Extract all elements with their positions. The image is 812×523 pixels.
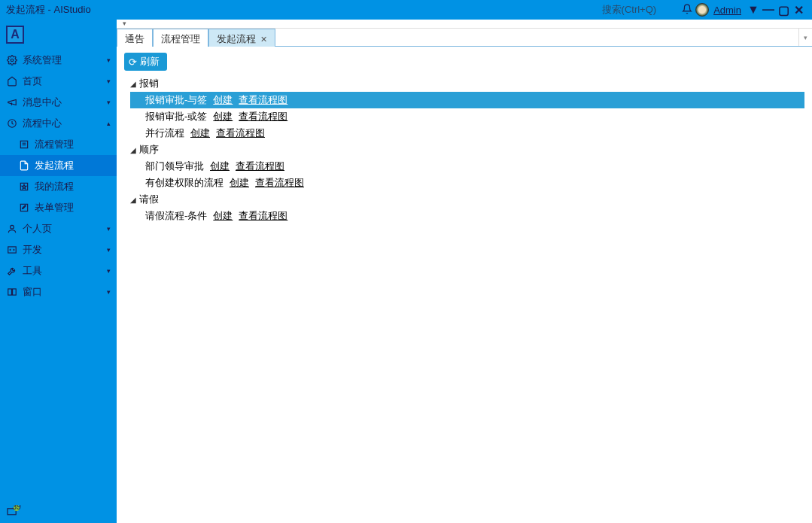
tree-row[interactable]: 并行流程创建查看流程图 xyxy=(130,125,804,141)
caret-icon: ▾ xyxy=(107,78,111,85)
tabs-overflow-icon[interactable]: ▾ xyxy=(798,29,812,46)
sidebar-item-3[interactable]: 流程中心▴ xyxy=(0,113,117,134)
caret-icon: ▾ xyxy=(107,288,111,296)
avatar[interactable] xyxy=(695,3,709,17)
sidebar-item-label: 我的流程 xyxy=(35,180,111,193)
titlebar: 发起流程 - AIStudio 搜索(Ctrl+Q) Admin ▼ — ▢ ✕ xyxy=(0,0,812,20)
chevron-down-icon[interactable]: ◢ xyxy=(130,80,139,88)
sidebar-item-label: 发起流程 xyxy=(35,159,111,172)
refresh-icon: ⟳ xyxy=(129,56,137,68)
sidebar-item-9[interactable]: 开发▾ xyxy=(0,239,117,260)
sidebar-item-label: 首页 xyxy=(23,74,107,88)
tab-label: 流程管理 xyxy=(161,32,200,46)
tree-group-label: 请假 xyxy=(139,191,159,208)
tree-group-2[interactable]: ◢请假 xyxy=(130,191,804,208)
svg-rect-11 xyxy=(13,289,17,295)
tab-label: 发起流程 xyxy=(217,32,256,46)
document-tabs: 通告流程管理发起流程✕▾ xyxy=(117,29,812,47)
tree-item-name: 请假流程-条件 xyxy=(145,209,207,223)
app-logo[interactable]: A xyxy=(6,26,24,44)
sidebar-item-7[interactable]: 表单管理 xyxy=(0,197,117,218)
dropdown-icon[interactable]: ▼ xyxy=(746,3,761,17)
doc-icon xyxy=(18,160,30,172)
view-flowchart-link[interactable]: 查看流程图 xyxy=(239,93,287,107)
view-flowchart-link[interactable]: 查看流程图 xyxy=(239,209,287,223)
refresh-label: 刷新 xyxy=(140,55,160,68)
toolbar: ⟳ 刷新 xyxy=(117,47,812,75)
tree-group-1[interactable]: ◢顺序 xyxy=(130,141,804,158)
content-area: ▾ 通告流程管理发起流程✕▾ ⟳ 刷新 ◢报销报销审批-与签创建查看流程图报销审… xyxy=(117,20,812,523)
close-button[interactable]: ✕ xyxy=(791,3,806,17)
tree-row[interactable]: 部门领导审批创建查看流程图 xyxy=(130,158,804,175)
window-title: 发起流程 - AIStudio xyxy=(6,3,91,17)
svg-text:39: 39 xyxy=(12,505,21,511)
refresh-button[interactable]: ⟳ 刷新 xyxy=(124,53,167,71)
gear-icon xyxy=(6,54,18,66)
bell-icon[interactable] xyxy=(682,4,692,17)
view-flowchart-link[interactable]: 查看流程图 xyxy=(236,160,284,173)
tree-item-name: 并行流程 xyxy=(145,126,184,140)
tab-2[interactable]: 发起流程✕ xyxy=(208,29,275,47)
sidebar-item-4[interactable]: 流程管理 xyxy=(0,134,117,155)
caret-icon: ▾ xyxy=(107,246,111,254)
tree-row[interactable]: 请假流程-条件创建查看流程图 xyxy=(130,208,804,224)
wrench-icon xyxy=(6,265,18,277)
view-flowchart-link[interactable]: 查看流程图 xyxy=(216,126,265,140)
sidebar-item-label: 消息中心 xyxy=(23,96,107,109)
caret-icon: ▴ xyxy=(107,120,111,127)
tree-group-label: 顺序 xyxy=(139,141,159,158)
view-flowchart-link[interactable]: 查看流程图 xyxy=(255,176,304,190)
sidebar-item-8[interactable]: 个人页▾ xyxy=(0,218,117,239)
sidebar-item-label: 流程管理 xyxy=(35,138,111,151)
tab-1[interactable]: 流程管理 xyxy=(153,29,208,47)
ribbon-handle[interactable]: ▾ xyxy=(117,20,812,29)
minimize-button[interactable]: — xyxy=(761,3,776,17)
create-link[interactable]: 创建 xyxy=(213,93,233,107)
sidebar-item-1[interactable]: 首页▾ xyxy=(0,71,117,92)
sidebar: A 系统管理▾首页▾消息中心▾流程中心▴流程管理发起流程我的流程表单管理个人页▾… xyxy=(0,20,117,523)
caret-icon: ▾ xyxy=(107,225,111,233)
list-icon xyxy=(18,138,30,151)
search-hint[interactable]: 搜索(Ctrl+Q) xyxy=(602,3,657,17)
maximize-button[interactable]: ▢ xyxy=(776,3,791,17)
tab-0[interactable]: 通告 xyxy=(117,29,153,47)
sidebar-item-label: 流程中心 xyxy=(23,117,107,130)
close-icon[interactable]: ✕ xyxy=(260,35,267,44)
sidebar-item-label: 个人页 xyxy=(23,222,107,236)
star-icon xyxy=(18,181,30,193)
tab-label: 通告 xyxy=(125,32,144,46)
view-flowchart-link[interactable]: 查看流程图 xyxy=(239,110,287,123)
tree-group-label: 报销 xyxy=(139,75,159,92)
sidebar-item-11[interactable]: 窗口▾ xyxy=(0,281,117,303)
svg-marker-6 xyxy=(22,184,26,189)
caret-icon: ▾ xyxy=(107,267,111,275)
create-link[interactable]: 创建 xyxy=(213,209,233,223)
tree-item-name: 报销审批-与签 xyxy=(145,93,207,107)
tree-group-0[interactable]: ◢报销 xyxy=(130,75,804,92)
tree-item-name: 部门领导审批 xyxy=(145,160,204,173)
svg-point-8 xyxy=(11,225,14,229)
sidebar-item-label: 窗口 xyxy=(23,285,107,299)
user-name[interactable]: Admin xyxy=(713,5,741,16)
tree-row[interactable]: 报销审批-与签创建查看流程图 xyxy=(130,92,804,108)
create-link[interactable]: 创建 xyxy=(190,126,210,140)
chevron-down-icon[interactable]: ◢ xyxy=(130,146,139,154)
tree-item-name: 有创建权限的流程 xyxy=(145,176,224,190)
sidebar-item-6[interactable]: 我的流程 xyxy=(0,176,117,197)
create-link[interactable]: 创建 xyxy=(210,160,230,173)
tree-row[interactable]: 报销审批-或签创建查看流程图 xyxy=(130,108,804,125)
sidebar-item-2[interactable]: 消息中心▾ xyxy=(0,92,117,113)
create-link[interactable]: 创建 xyxy=(213,110,233,123)
tree-row[interactable]: 有创建权限的流程创建查看流程图 xyxy=(130,175,804,191)
sidebar-item-label: 工具 xyxy=(23,264,107,278)
status-indicator[interactable]: 39 xyxy=(6,505,21,517)
sidebar-item-10[interactable]: 工具▾ xyxy=(0,260,117,281)
clock-icon xyxy=(6,117,18,129)
svg-point-0 xyxy=(11,59,14,62)
sidebar-item-5[interactable]: 发起流程 xyxy=(0,155,117,176)
megaphone-icon xyxy=(6,96,18,108)
create-link[interactable]: 创建 xyxy=(230,176,249,190)
chevron-down-icon[interactable]: ◢ xyxy=(130,196,139,204)
caret-icon: ▾ xyxy=(107,99,111,106)
sidebar-item-0[interactable]: 系统管理▾ xyxy=(0,50,117,71)
